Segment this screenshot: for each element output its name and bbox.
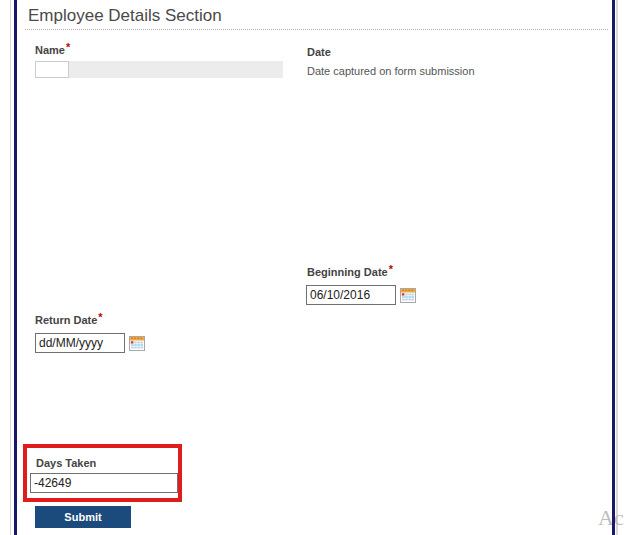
required-marker: * (66, 41, 70, 53)
watermark-text: Ac (598, 505, 624, 531)
return-date-label: Return Date* (35, 314, 103, 326)
days-taken-label: Days Taken (36, 457, 96, 469)
required-marker: * (98, 311, 102, 323)
left-page-border (14, 0, 17, 535)
beginning-date-label: Beginning Date* (307, 266, 393, 278)
beginning-date-input[interactable] (306, 285, 396, 305)
return-date-input[interactable] (35, 333, 125, 353)
section-title-divider (25, 29, 608, 30)
name-label: Name* (35, 44, 70, 56)
section-title: Employee Details Section (28, 6, 222, 26)
required-marker: * (389, 263, 393, 275)
left-edge-shadow (10, 0, 11, 535)
name-field-background (35, 61, 283, 78)
date-label: Date (307, 46, 331, 58)
days-taken-input[interactable] (30, 473, 178, 493)
right-edge-shadow (616, 0, 618, 535)
calendar-icon[interactable] (400, 287, 416, 303)
submit-button[interactable]: Submit (35, 506, 131, 528)
form-page: Employee Details Section Name* Date Date… (0, 0, 628, 535)
name-input[interactable] (35, 61, 69, 78)
right-page-border (612, 0, 615, 535)
calendar-icon[interactable] (129, 335, 145, 351)
date-help-text: Date captured on form submission (307, 65, 475, 77)
